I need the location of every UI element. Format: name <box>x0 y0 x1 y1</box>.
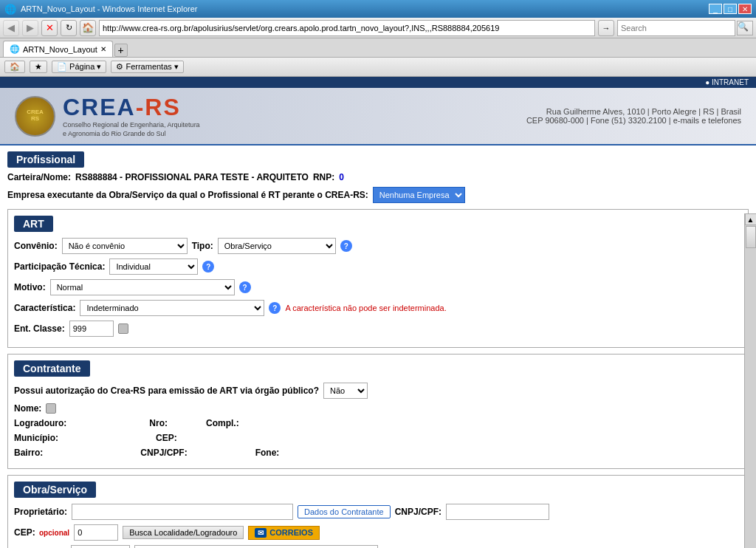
empresa-label: Empresa executante da Obra/Serviço da qu… <box>7 190 368 200</box>
profissional-section: Profissional Carteira/Nome: RS888884 - P… <box>7 151 749 203</box>
participacao-help-icon[interactable]: ? <box>202 261 214 273</box>
browser-tab[interactable]: 🌐 ARTN_Novo_Layout ✕ <box>3 41 113 57</box>
municipio-label: Município: <box>14 433 58 443</box>
convenio-select[interactable]: Não é convênio <box>62 238 188 254</box>
bookmarks-button[interactable]: ★ <box>30 61 47 73</box>
new-tab-button[interactable]: + <box>114 44 128 57</box>
participacao-select[interactable]: Individual <box>109 258 198 275</box>
fone-label: Fone: <box>255 448 280 458</box>
tab-icon: 🌐 <box>10 44 20 54</box>
minimize-button[interactable]: _ <box>709 4 722 14</box>
tab-label: ARTN_Novo_Layout <box>23 45 97 54</box>
back-button[interactable]: ◀ <box>3 20 19 36</box>
refresh-button[interactable]: ↻ <box>61 20 77 36</box>
nome-label: Nome: <box>14 403 41 414</box>
ie-icon: 🌐 <box>4 4 16 15</box>
participacao-label: Participação Técnica: <box>14 261 105 272</box>
tipo-label: Tipo: <box>192 241 213 251</box>
logradouro-tipo-select[interactable]: OUTROS <box>71 545 130 548</box>
cep-opcional: opcional <box>39 529 69 537</box>
toolbar-bar: 🏠 ★ 📄 Página ▾ ⚙ Ferramentas ▾ <box>0 58 756 77</box>
contratante-section: Contratante Possui autorização do Crea-R… <box>7 354 749 469</box>
motivo-help-icon[interactable]: ? <box>239 281 251 293</box>
art-header: ART <box>14 216 53 232</box>
header-address: Rua Guilherme Alves, 1010 | Porto Alegre… <box>526 107 741 125</box>
cep-label: CEP: <box>156 433 177 443</box>
window-title: ARTN_Novo_Layout - Windows Internet Expl… <box>21 4 197 13</box>
rnp-value: 0 <box>339 172 344 182</box>
intranet-bar: ● INTRANET <box>0 77 756 88</box>
search-input[interactable] <box>617 20 735 36</box>
home-toolbar-button[interactable]: 🏠 <box>4 61 25 73</box>
motivo-label: Motivo: <box>14 282 46 292</box>
proprietario-input[interactable] <box>72 504 293 520</box>
rnp-label: RNP: <box>313 172 334 182</box>
autorizacao-select[interactable]: Não <box>323 383 368 399</box>
title-bar: 🌐 ARTN_Novo_Layout - Windows Internet Ex… <box>0 0 756 18</box>
caracteristica-label: Característica: <box>14 303 75 313</box>
forward-button[interactable]: ▶ <box>22 20 38 36</box>
obra-section: Obra/Serviço Proprietário: Dados do Cont… <box>7 475 749 548</box>
dados-contratante-button[interactable]: Dados do Contratante <box>298 505 391 518</box>
profissional-header: Profissional <box>7 151 84 168</box>
caracteristica-help-icon[interactable]: ? <box>269 302 281 314</box>
crea-logo-text: CREA-RS <box>63 94 200 121</box>
compl-label: Compl.: <box>206 418 239 428</box>
ent-classe-input[interactable] <box>69 321 114 337</box>
home-button[interactable]: 🏠 <box>80 20 96 36</box>
nro-label: Nro: <box>149 418 168 428</box>
ent-classe-label: Ent. Classe: <box>14 323 65 334</box>
contratante-header: Contratante <box>14 360 90 377</box>
scroll-thumb[interactable] <box>746 226 756 248</box>
cnpjcpf-label: CNPJ/CPF: <box>140 448 187 458</box>
carteira-label: Carteira/Nome: <box>7 172 71 182</box>
address-input[interactable] <box>99 20 595 36</box>
tab-bar: 🌐 ARTN_Novo_Layout ✕ + <box>0 38 756 58</box>
obra-header: Obra/Serviço <box>14 482 96 498</box>
stop-button[interactable]: ✕ <box>41 20 58 36</box>
scrollbar[interactable]: ▲ ▼ <box>744 213 756 548</box>
nav-bar: ◀ ▶ ✕ ↻ 🏠 → 🔍 <box>0 18 756 38</box>
ent-classe-search-icon[interactable] <box>118 323 128 334</box>
scroll-up-button[interactable]: ▲ <box>745 213 757 225</box>
proprietario-cnpjcpf-input[interactable] <box>446 504 549 520</box>
logradouro-label: Logradouro: <box>14 418 66 428</box>
crea-logo-circle: CREARS <box>15 96 55 137</box>
tools-toolbar-button[interactable]: ⚙ Ferramentas ▾ <box>111 61 183 73</box>
correios-button[interactable]: ✉ CORREIOS <box>248 526 320 540</box>
maximize-button[interactable]: □ <box>724 4 737 14</box>
caracteristica-select[interactable]: Indeterminado <box>80 300 264 316</box>
search-go-button[interactable]: 🔍 <box>737 21 753 35</box>
empresa-select[interactable]: Nenhuma Empresa <box>373 187 465 203</box>
convenio-label: Convênio: <box>14 241 58 251</box>
intranet-label: ● INTRANET <box>705 78 749 86</box>
tab-close-icon[interactable]: ✕ <box>100 45 106 53</box>
close-button[interactable]: ✕ <box>738 4 752 14</box>
tipo-select[interactable]: Obra/Serviço <box>218 238 336 254</box>
busca-localidade-button[interactable]: Busca Localidade/Logradouro <box>123 526 244 539</box>
go-button[interactable]: → <box>598 20 614 36</box>
logradouro-obra-input[interactable] <box>134 545 378 548</box>
crea-subtitle: Conselho Regional de Engenharia, Arquite… <box>63 121 200 138</box>
proprietario-label: Proprietário: <box>14 507 67 517</box>
carteira-value: RS888884 - PROFISSIONAL PARA TESTE - ARQ… <box>75 172 309 182</box>
cep-input-obra[interactable] <box>74 524 118 541</box>
autorizacao-label: Possui autorização do Crea-RS para emiss… <box>14 386 319 396</box>
bairro-label: Bairro: <box>14 448 43 458</box>
art-section: ART Convênio: Não é convênio Tipo: Obra/… <box>7 209 749 348</box>
tipo-help-icon[interactable]: ? <box>340 240 352 252</box>
correios-icon: ✉ <box>255 528 267 538</box>
nome-search-icon[interactable] <box>46 403 56 414</box>
page-toolbar-button[interactable]: 📄 Página ▾ <box>52 61 106 73</box>
motivo-select[interactable]: Normal <box>50 279 235 295</box>
cep-label-obra: CEP: opcional <box>14 527 69 538</box>
caracteristica-error: A característica não pode ser indetermin… <box>285 304 446 312</box>
site-header: CREARS CREA-RS Conselho Regional de Enge… <box>0 88 756 145</box>
proprietario-cnpjcpf-label: CNPJ/CPF: <box>395 507 441 517</box>
